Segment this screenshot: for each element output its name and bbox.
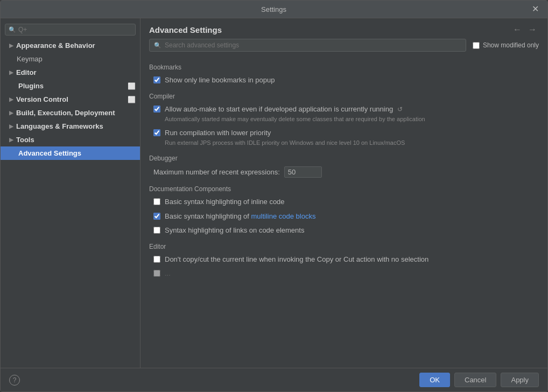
editor-section-label: Editor <box>149 243 539 250</box>
forward-button[interactable]: → <box>526 24 539 36</box>
setting-basic-syntax-inline: Basic syntax highlighting of inline code <box>149 197 539 207</box>
setting-run-compilation: Run compilation with lower priority Run … <box>149 128 539 148</box>
sidebar-item-appearance[interactable]: ▶ Appearance & Behavior <box>1 39 140 52</box>
sidebar-search-input[interactable] <box>18 26 132 33</box>
show-modified-label[interactable]: Show modified only <box>473 41 539 49</box>
basic-syntax-multiline-checkbox[interactable] <box>153 213 160 220</box>
action-buttons: OK Cancel Apply <box>419 373 539 387</box>
partial-checkbox[interactable] <box>153 270 160 277</box>
sidebar-item-tools[interactable]: ▶ Tools <box>1 133 140 146</box>
settings-dialog: Settings ✕ 🔍 ▶ Appearance & Behavior Key… <box>0 0 548 392</box>
arrow-icon: ▶ <box>9 96 13 102</box>
help-button[interactable]: ? <box>9 375 20 386</box>
sidebar-item-build[interactable]: ▶ Build, Execution, Deployment <box>1 106 140 120</box>
bookmarks-section-label: Bookmarks <box>149 64 539 71</box>
search-wrap: 🔍 <box>149 39 466 52</box>
reset-icon[interactable]: ↺ <box>397 106 403 113</box>
max-expressions-row: Maximum number of recent expressions: <box>149 166 539 178</box>
arrow-icon: ▶ <box>9 123 13 129</box>
apply-button[interactable]: Apply <box>501 373 539 387</box>
setting-syntax-links: Syntax highlighting of links on code ele… <box>149 226 539 235</box>
setting-show-line-bookmarks: Show only line bookmarks in popup <box>149 75 539 85</box>
sidebar: 🔍 ▶ Appearance & Behavior Keymap ▶ Edito… <box>1 18 140 368</box>
main-panel: Advanced Settings ← → 🔍 Show modified on… <box>140 18 547 368</box>
show-line-bookmarks-checkbox[interactable] <box>153 76 160 83</box>
content-area: 🔍 ▶ Appearance & Behavior Keymap ▶ Edito… <box>1 18 547 368</box>
setting-allow-auto-make: Allow auto-make to start even if develop… <box>149 104 539 124</box>
sidebar-item-advanced[interactable]: Advanced Settings <box>1 146 140 160</box>
page-title: Advanced Settings <box>149 25 222 34</box>
multiline-link: multiline code blocks <box>251 212 315 220</box>
dialog-title: Settings <box>18 5 530 13</box>
setting-dont-copy-cut: Don't copy/cut the current line when inv… <box>149 255 539 264</box>
ok-button[interactable]: OK <box>419 373 450 387</box>
max-expressions-label: Maximum number of recent expressions: <box>153 167 280 177</box>
bottom-bar: ? OK Cancel Apply <box>1 368 547 391</box>
max-expressions-input[interactable] <box>284 166 322 178</box>
allow-auto-make-checkbox[interactable] <box>153 106 160 113</box>
sidebar-item-plugins[interactable]: Plugins ⬜ <box>1 79 140 93</box>
arrow-icon: ▶ <box>9 43 13 48</box>
basic-syntax-inline-checkbox[interactable] <box>153 198 160 205</box>
debugger-section-label: Debugger <box>149 155 539 162</box>
settings-search-input[interactable] <box>165 41 461 49</box>
dont-copy-cut-checkbox[interactable] <box>153 256 160 263</box>
settings-content: Bookmarks Show only line bookmarks in po… <box>140 56 547 368</box>
nav-buttons: ← → <box>511 24 539 36</box>
external-icon: ⬜ <box>128 82 136 90</box>
search-row: 🔍 Show modified only <box>140 39 547 56</box>
search-icon: 🔍 <box>154 42 161 49</box>
arrow-icon: ▶ <box>9 69 13 75</box>
arrow-icon: ▶ <box>9 110 13 116</box>
external-icon: ⬜ <box>128 96 136 103</box>
syntax-links-checkbox[interactable] <box>153 227 160 234</box>
close-button[interactable]: ✕ <box>530 5 541 13</box>
show-modified-checkbox[interactable] <box>473 42 480 49</box>
cancel-button[interactable]: Cancel <box>454 373 496 387</box>
compiler-section-label: Compiler <box>149 93 539 100</box>
back-button[interactable]: ← <box>511 24 524 36</box>
titlebar: Settings ✕ <box>1 1 547 18</box>
sidebar-item-languages[interactable]: ▶ Languages & Frameworks <box>1 120 140 133</box>
setting-partial: ... <box>149 269 539 278</box>
setting-basic-syntax-multiline: Basic syntax highlighting of multiline c… <box>149 212 539 221</box>
arrow-icon: ▶ <box>9 137 13 143</box>
sidebar-item-keymap[interactable]: Keymap <box>1 52 140 66</box>
main-header: Advanced Settings ← → <box>140 18 547 39</box>
sidebar-search[interactable]: 🔍 <box>5 24 136 36</box>
sidebar-item-version-control[interactable]: ▶ Version Control ⬜ <box>1 93 140 106</box>
search-icon: 🔍 <box>9 26 16 33</box>
documentation-section-label: Documentation Components <box>149 185 539 193</box>
sidebar-item-editor[interactable]: ▶ Editor <box>1 66 140 79</box>
run-compilation-checkbox[interactable] <box>153 129 160 136</box>
